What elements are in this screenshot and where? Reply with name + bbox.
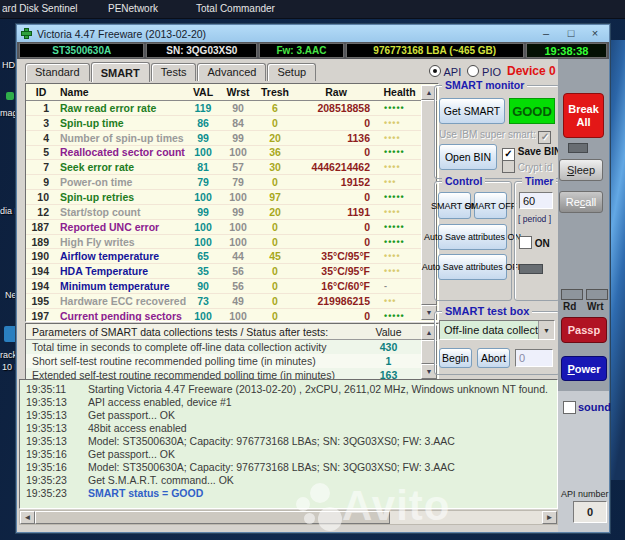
table-row[interactable]: 7Seek error rate8157304446214462•••• [26,160,421,175]
log-line: 19:35:23SMART status = GOOD [26,487,557,500]
top-taskbar: ard Disk SentinelPENetworkTotal Commande… [0,0,625,19]
taskbar-item[interactable]: Total Commander [196,3,275,14]
crypt-id-checkbox[interactable]: Crypt id [502,160,552,173]
api-radio-circle[interactable] [429,65,441,77]
clock: 19:38:38 [526,43,607,58]
table-row[interactable]: 195Hardware ECC recovered73490219986215•… [26,294,421,309]
test-count-input[interactable] [515,349,553,367]
drive-firmware: Fw: 3.AAC [259,43,343,58]
timer-on-label: ON [535,238,550,249]
use-ibm-label: Use IBM super smart: [439,129,551,144]
drive-capacity: 976773168 LBA (~465 GB) [346,43,524,58]
tab-standard[interactable]: Standard [25,63,90,81]
table-row[interactable]: 189High Fly writes10010000••••• [26,235,421,250]
desktop-icon-label[interactable]: rack [0,350,17,360]
tab-tests[interactable]: Tests [151,63,197,81]
scroll-left-icon[interactable]: ◄ [20,511,35,524]
write-label: Wrt [587,301,603,312]
abort-button[interactable]: Abort [477,348,510,368]
log-line: 19:35:13Get passport... OK [26,409,557,422]
table-row[interactable]: 3Spin-up time868400•••• [26,116,421,131]
test-select-dropdown[interactable]: Off-line data collect ▼ [439,320,555,340]
pio-radio-circle[interactable] [467,65,479,77]
break-all-button[interactable]: Break All [563,93,604,138]
smart-monitor-title: SMART monitor [442,79,527,91]
smart-test-box-title: SMART test box [442,305,532,317]
log-hscrollbar[interactable]: ◄ ► [19,510,558,525]
table-row[interactable]: 194HDA Temperature3556035°C/95°F•••• [26,264,421,279]
save-bin-label: Save BIN [518,146,561,157]
sound-checkbox[interactable] [563,401,576,414]
open-bin-button[interactable]: Open BIN [439,144,497,170]
taskbar-item[interactable]: PENetwork [108,3,158,14]
titlebar[interactable]: Victoria 4.47 Freeware (2013-02-20) – □ … [17,25,609,42]
chevron-down-icon[interactable]: ▼ [538,321,554,339]
params-row[interactable]: Short self-test routine recommended poll… [26,354,421,368]
log-panel: 19:35:11Starting Victoria 4.47 Freeware … [19,379,558,509]
passport-button[interactable]: Passp [561,317,607,343]
recall-button[interactable]: Recall [559,191,603,213]
table-row[interactable]: 12Start/stop count9999201191•••• [26,205,421,220]
smart-table-header: IDNameVALWrstTreshRawHealth [26,84,421,101]
smart-attributes-table: IDNameVALWrstTreshRawHealth1Raw read err… [25,83,439,322]
autosave-off-button[interactable]: Auto Save attributes OFF [438,254,507,280]
smart-monitor-group: SMART monitor Get SMART GOOD Use IBM sup… [434,85,560,179]
desktop-icon-label[interactable]: Ne [5,290,17,300]
timer-period-label: [ period ] [518,214,551,224]
timer-period-input[interactable] [519,192,553,209]
crypt-id-label: Crypt id [518,162,552,173]
tab-bar: StandardSMARTTestsAdvancedSetup [25,61,317,81]
tab-setup[interactable]: Setup [267,63,316,81]
log-line: 19:35:11Starting Victoria 4.47 Freeware … [26,383,557,396]
autosave-on-button[interactable]: Auto Save attributes ON [438,224,507,250]
get-smart-button[interactable]: Get SMART [439,98,505,124]
read-indicator [561,289,583,300]
table-row[interactable]: 187Reported UNC error10010000••••• [26,220,421,235]
timer-on-checkbox-box[interactable] [519,236,532,249]
smart-params-table: Parameters of SMART data collections tes… [25,323,439,381]
table-row[interactable]: 4Number of spin-up times9999201136•••• [26,131,421,146]
save-bin-checkbox[interactable]: Save BIN [502,146,561,161]
table-row[interactable]: 5Reallocated sector count100100360••••• [26,146,421,161]
timer-led [519,264,543,274]
scrollbar-thumb[interactable] [35,511,390,524]
scroll-right-icon[interactable]: ► [542,511,557,524]
app-icon [21,28,32,39]
log-line: 19:35:1348bit access enabled [26,422,557,435]
log-line: 19:35:23Get S.M.A.R.T. command... OK [26,474,557,487]
table-row[interactable]: 1Raw read error rate119906208518858••••• [26,101,421,116]
log-line: 19:35:13Model: ST3500630A; Capacity: 976… [26,435,557,448]
table-row[interactable]: 194Minimum temperature9056016°C/60°F- [26,279,421,294]
maximize-button[interactable]: □ [560,26,582,41]
params-row[interactable]: Total time in seconds to complete off-li… [26,340,421,354]
smart-status-good: GOOD [509,98,555,124]
crypt-id-checkbox-box[interactable] [502,160,515,173]
break-led [568,143,588,153]
api-label: API [443,66,461,78]
begin-button[interactable]: Begin [439,348,472,368]
params-table-header: Parameters of SMART data collections tes… [26,324,421,340]
desktop-icon[interactable] [6,92,14,100]
tab-smart[interactable]: SMART [91,62,150,82]
use-ibm-checkbox[interactable] [538,131,551,144]
minimize-button[interactable]: – [535,26,557,41]
window-title: Victoria 4.47 Freeware (2013-02-20) [37,28,206,40]
table-row[interactable]: 9Power-on time7979019152••• [26,175,421,190]
timer-on-checkbox[interactable]: ON [519,236,550,249]
pio-radio[interactable]: PIO [467,65,501,78]
read-label: Rd [563,301,576,312]
smart-off-button[interactable]: SMART OFF [474,192,507,219]
log-line: 19:35:13API access enabled, device #1 [26,396,557,409]
sleep-button[interactable]: Sleep [559,159,603,181]
write-indicator [586,289,608,300]
timer-title: Timer [522,175,556,187]
table-row[interactable]: 190Airflow temperature65444535°C/95°F•••… [26,249,421,264]
power-button[interactable]: Power [561,356,607,381]
control-title: Control [442,175,485,187]
table-row[interactable]: 10Spin-up retries100100970••••• [26,190,421,205]
tab-advanced[interactable]: Advanced [197,63,266,81]
taskbar-item[interactable]: ard Disk Sentinel [2,3,78,14]
table-row[interactable]: 197Current pending sectors10010000••••• [26,309,421,322]
api-radio[interactable]: API [429,65,461,78]
close-button[interactable]: × [584,26,606,41]
